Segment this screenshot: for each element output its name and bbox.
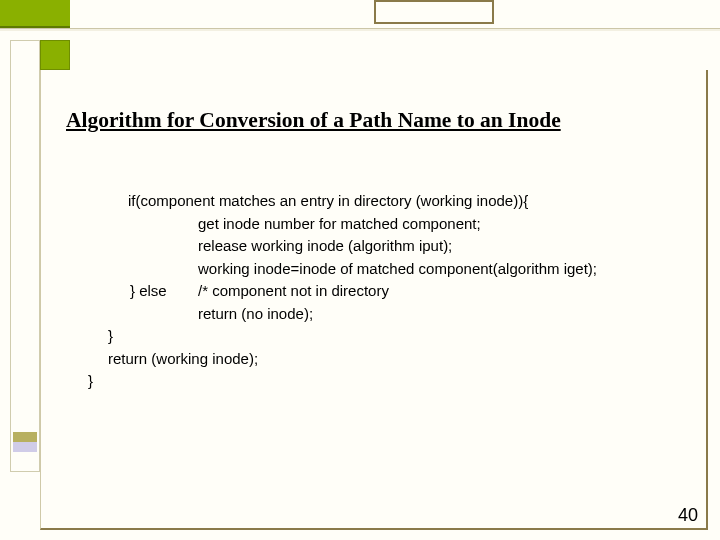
code-line: } (88, 325, 678, 348)
code-line: } else /* component not in directory (88, 280, 678, 303)
code-else: } else (88, 280, 198, 303)
slide-title: Algorithm for Conversion of a Path Name … (66, 108, 561, 133)
decor-left-green-square (40, 40, 70, 70)
code-line: if(component matches an entry in directo… (88, 190, 678, 213)
decor-left-column (10, 40, 40, 472)
code-line: release working inode (algorithm iput); (88, 235, 678, 258)
decor-top-green (0, 0, 70, 28)
code-line: working inode=inode of matched component… (88, 258, 678, 281)
decor-left-lavender-strip (13, 442, 37, 452)
code-line: return (no inode); (88, 303, 678, 326)
code-line: } (88, 370, 678, 393)
decor-left-olive-strip (13, 432, 37, 442)
page-number: 40 (678, 505, 698, 526)
code-comment: /* component not in directory (198, 280, 389, 303)
decor-top-box (374, 0, 494, 24)
code-line: get inode number for matched component; (88, 213, 678, 236)
slide: Algorithm for Conversion of a Path Name … (0, 0, 720, 540)
decor-top-rule-shadow (0, 29, 720, 31)
algorithm-code: if(component matches an entry in directo… (88, 190, 678, 393)
code-line: return (working inode); (88, 348, 678, 371)
